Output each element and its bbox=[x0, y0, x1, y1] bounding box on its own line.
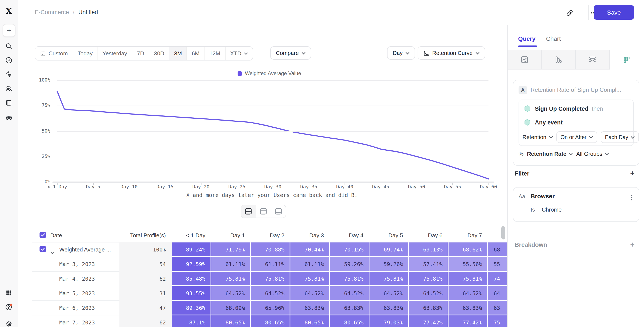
events-cursor-icon[interactable] bbox=[0, 68, 18, 80]
cell-retention-value[interactable]: 64.52% bbox=[409, 286, 448, 300]
cell-retention-value[interactable]: 63.83% bbox=[448, 301, 487, 315]
cell-retention-value[interactable]: 75.81% bbox=[211, 272, 250, 285]
cell-retention-value-clipped[interactable]: 75 bbox=[488, 316, 508, 327]
cell-retention-value[interactable]: 70.15% bbox=[330, 243, 368, 256]
cell-retention-value[interactable]: 75.81% bbox=[251, 272, 290, 285]
range-button-30d[interactable]: 30D bbox=[149, 47, 169, 60]
cell-retention-value[interactable]: 57.41% bbox=[409, 257, 448, 271]
flows-report-tab[interactable] bbox=[576, 50, 610, 69]
filter-value[interactable]: Chrome bbox=[542, 206, 562, 213]
column-header-date[interactable]: Date bbox=[50, 228, 62, 242]
range-button-xtd[interactable]: XTD bbox=[225, 47, 252, 60]
column-header[interactable]: Day 5 bbox=[370, 228, 409, 242]
column-header[interactable]: Day 1 bbox=[211, 228, 251, 242]
range-button-custom[interactable]: Custom bbox=[35, 47, 72, 60]
cell-retention-value[interactable]: 69.74% bbox=[370, 243, 408, 256]
each-day-dropdown[interactable]: Each Day bbox=[600, 131, 639, 143]
cell-retention-value[interactable]: 77.42% bbox=[448, 316, 487, 327]
range-button-7d[interactable]: 7D bbox=[132, 47, 149, 60]
cell-retention-value[interactable]: 80.65% bbox=[290, 316, 329, 327]
granularity-dropdown[interactable]: Day bbox=[387, 46, 415, 60]
cell-retention-value[interactable]: 69.13% bbox=[409, 243, 448, 256]
groups-dropdown[interactable]: All Groups bbox=[576, 151, 609, 157]
layout-table-only-button[interactable] bbox=[271, 205, 286, 218]
event-step-row[interactable]: Sign Up Completed then bbox=[524, 105, 603, 112]
cell-retention-value-clipped[interactable]: 74 bbox=[488, 272, 508, 285]
cell-retention-value-clipped[interactable]: 68 bbox=[488, 243, 508, 256]
cell-retention-value[interactable]: 59.26% bbox=[330, 257, 368, 271]
cell-retention-value[interactable]: 64.52% bbox=[290, 286, 329, 300]
boards-panel-icon[interactable] bbox=[0, 97, 18, 109]
range-button-today[interactable]: Today bbox=[72, 47, 97, 60]
settings-gear-icon[interactable] bbox=[0, 318, 18, 327]
column-header[interactable]: < 1 Day bbox=[172, 228, 211, 242]
range-button-12m[interactable]: 12M bbox=[204, 47, 225, 60]
retention-type-dropdown[interactable]: Retention bbox=[522, 134, 553, 140]
query-title[interactable]: Retention Rate of Sign Up Compl... bbox=[530, 87, 634, 93]
cell-retention-value-clipped[interactable]: 64 bbox=[488, 286, 508, 300]
retention-report-tab[interactable] bbox=[610, 50, 644, 69]
cell-retention-value[interactable]: 64.52% bbox=[448, 286, 487, 300]
filter-options-kebab-icon[interactable] bbox=[628, 194, 634, 201]
cell-retention-value[interactable]: 75.81% bbox=[409, 272, 448, 285]
cell-retention-value[interactable]: 55.56% bbox=[448, 257, 487, 271]
chart-legend[interactable]: Weighted Average Value bbox=[238, 70, 301, 76]
add-filter-button[interactable]: + bbox=[628, 169, 637, 178]
range-button-6m[interactable]: 6M bbox=[187, 47, 204, 60]
chart-type-dropdown[interactable]: Retention Curve bbox=[418, 46, 485, 60]
cell-retention-value[interactable]: 63.83% bbox=[409, 301, 448, 315]
cell-retention-value[interactable]: 63.83% bbox=[330, 301, 368, 315]
event-step-row[interactable]: Any event bbox=[524, 119, 562, 126]
cell-retention-value[interactable]: 80.65% bbox=[330, 316, 368, 327]
cell-retention-value[interactable]: 75.81% bbox=[448, 272, 487, 285]
cell-retention-value[interactable]: 80.65% bbox=[211, 316, 250, 327]
column-header[interactable]: Day 2 bbox=[251, 228, 290, 242]
create-new-button[interactable]: + bbox=[2, 24, 16, 37]
return-event-name[interactable]: Any event bbox=[535, 119, 562, 125]
cell-retention-value[interactable]: 64.52% bbox=[330, 286, 368, 300]
cell-retention-value[interactable]: 63.83% bbox=[290, 301, 329, 315]
column-header[interactable]: Day 4 bbox=[330, 228, 370, 242]
cell-retention-value[interactable]: 89.24% bbox=[172, 243, 210, 256]
funnels-report-tab[interactable] bbox=[542, 50, 576, 69]
cell-retention-value[interactable]: 77.42% bbox=[409, 316, 448, 327]
breadcrumb-parent[interactable]: E-Commerce bbox=[35, 9, 69, 15]
help-icon[interactable] bbox=[0, 301, 18, 313]
column-header[interactable]: Day 7 bbox=[448, 228, 488, 242]
cell-retention-value[interactable]: 64.52% bbox=[211, 286, 250, 300]
metric-dropdown[interactable]: Retention Rate bbox=[527, 151, 573, 157]
cell-retention-value[interactable]: 64.52% bbox=[251, 286, 290, 300]
save-button[interactable]: Save bbox=[594, 5, 634, 20]
cell-retention-value[interactable]: 71.79% bbox=[211, 243, 250, 256]
cell-retention-value[interactable]: 61.11% bbox=[211, 257, 250, 271]
apps-grid-icon[interactable] bbox=[0, 287, 18, 299]
cell-retention-value[interactable]: 75.81% bbox=[370, 272, 408, 285]
insights-report-tab[interactable] bbox=[508, 50, 542, 69]
horizontal-scrollbar-thumb[interactable] bbox=[501, 226, 505, 240]
cell-retention-value-clipped[interactable]: 55 bbox=[488, 257, 508, 271]
cell-retention-value[interactable]: 75.81% bbox=[330, 272, 368, 285]
cell-retention-value[interactable]: 79.03% bbox=[370, 316, 408, 327]
select-all-checkbox[interactable] bbox=[40, 232, 46, 238]
first-event-name[interactable]: Sign Up Completed bbox=[535, 105, 588, 112]
cell-retention-value[interactable]: 68.09% bbox=[211, 301, 250, 315]
column-header[interactable]: Total Profile(s) bbox=[120, 228, 172, 242]
cell-retention-value[interactable]: 63.83% bbox=[370, 301, 408, 315]
cell-retention-value[interactable]: 61.11% bbox=[290, 257, 329, 271]
app-logo-icon[interactable]: X bbox=[0, 6, 18, 15]
range-button-yesterday[interactable]: Yesterday bbox=[97, 47, 132, 60]
cell-retention-value[interactable]: 64.52% bbox=[370, 286, 408, 300]
tab-chart[interactable]: Chart bbox=[546, 35, 561, 42]
layout-split-button[interactable] bbox=[241, 205, 256, 218]
column-header[interactable]: Day 6 bbox=[409, 228, 448, 242]
row-checkbox[interactable] bbox=[40, 246, 46, 252]
cell-retention-value[interactable]: 65.96% bbox=[251, 301, 290, 315]
add-breakdown-button[interactable]: + bbox=[628, 240, 637, 249]
explore-compass-icon[interactable] bbox=[0, 54, 18, 66]
cell-retention-value[interactable]: 85.48% bbox=[172, 272, 210, 285]
cell-retention-value[interactable]: 92.59% bbox=[172, 257, 210, 271]
users-icon[interactable] bbox=[0, 82, 18, 94]
breadcrumb-current[interactable]: Untitled bbox=[78, 9, 98, 15]
filter-operator[interactable]: Is bbox=[530, 206, 535, 213]
expand-chevron-icon[interactable] bbox=[50, 248, 54, 256]
